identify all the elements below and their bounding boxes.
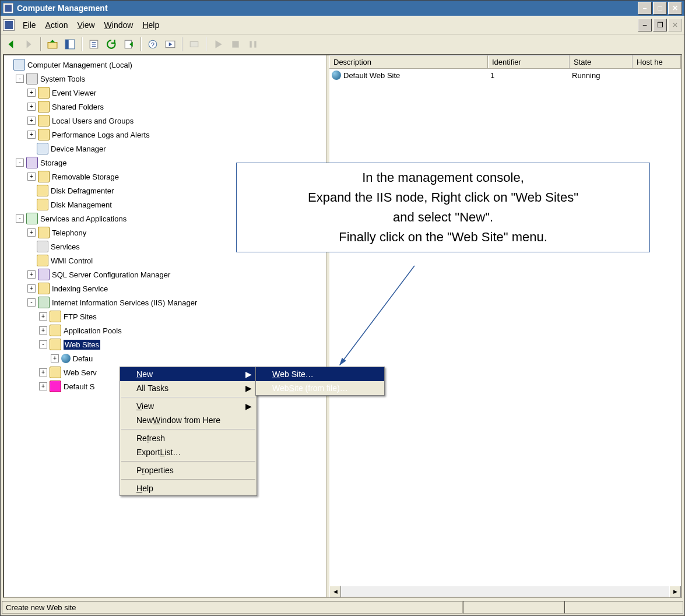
index-icon [38,283,50,294]
window-title: Computer Management [17,3,108,13]
ctx-refresh[interactable]: Refresh [120,431,257,445]
expand-icon[interactable]: + [39,312,47,321]
close-button[interactable]: ✕ [668,2,682,15]
sub-web-site-from-file[interactable]: Web Site (from file)… [256,381,384,395]
collapse-icon[interactable]: - [27,298,36,307]
menu-action[interactable]: Action [41,19,73,31]
menu-view[interactable]: View [73,19,100,31]
ctx-new[interactable]: New▶ Web Site… Web Site (from file)… [120,367,257,381]
expand-icon[interactable]: + [27,173,36,181]
ctx-all-tasks[interactable]: All Tasks▶ [120,381,257,395]
menu-bar: File Action View Window Help – ❐ ✕ [1,16,684,34]
collapse-icon[interactable]: - [16,159,24,167]
folder-icon [50,325,61,336]
perf-icon [38,129,50,140]
menu-file[interactable]: File [18,19,41,31]
mdi-minimize-button[interactable]: – [638,19,652,31]
scroll-left-button[interactable]: ◀ [329,586,341,597]
collapse-icon[interactable]: - [39,340,47,349]
removable-icon [38,171,50,182]
back-button[interactable] [3,36,19,52]
tools-icon [26,73,38,85]
refresh-button[interactable] [103,36,120,52]
expand-icon[interactable]: + [39,368,47,376]
tree-sql-config[interactable]: +SQL Server Configuration Manager [4,267,326,281]
title-bar: Computer Management – □ ✕ [1,1,684,16]
pause-button [245,36,261,52]
svg-rect-8 [190,42,198,47]
horizontal-scrollbar[interactable]: ◀ ▶ [329,586,681,597]
expand-icon[interactable]: + [27,103,36,111]
expand-icon[interactable]: + [27,270,36,279]
tree-app-pools[interactable]: +Application Pools [4,323,326,337]
submenu-arrow-icon: ▶ [245,383,252,393]
tree-pane[interactable]: Computer Management (Local) -System Tool… [4,55,326,597]
up-button[interactable] [44,36,61,52]
tree-web-sites[interactable]: -Web Sites [4,337,326,351]
sub-web-site[interactable]: Web Site… [256,367,384,381]
expand-icon[interactable]: + [27,284,36,293]
expand-icon[interactable]: + [27,131,36,139]
tree-performance-logs[interactable]: +Performance Logs and Alerts [4,128,326,142]
telephony-icon [38,227,50,238]
expand-icon[interactable]: + [51,354,59,362]
column-state[interactable]: State [570,55,633,68]
device-icon [37,143,48,154]
ctx-new-window[interactable]: New Window from Here [120,413,257,427]
submenu-new[interactable]: Web Site… Web Site (from file)… [255,367,385,396]
folder-icon [50,339,61,350]
sql-icon [38,269,50,280]
list-pane[interactable]: Description Identifier State Host he Def… [329,55,681,597]
app-icon [3,3,13,13]
tree-iis[interactable]: -Internet Information Services (IIS) Man… [4,295,326,309]
ctx-view[interactable]: View▶ [120,399,257,413]
svg-rect-10 [250,41,251,47]
folder-icon [50,367,61,378]
tree-local-users[interactable]: +Local Users and Groups [4,114,326,128]
svg-rect-9 [232,41,238,47]
iis-icon [38,297,50,308]
expand-icon[interactable]: + [39,326,47,335]
column-description[interactable]: Description [329,55,488,68]
help-button[interactable]: ? [145,36,161,52]
maximize-button[interactable]: □ [653,2,667,15]
tree-default-web-site[interactable]: + Defau [4,351,326,365]
collapse-icon[interactable]: - [16,214,24,223]
globe-icon [332,71,341,80]
users-icon [38,115,50,126]
tree-indexing[interactable]: +Indexing Service [4,281,326,295]
ctx-export[interactable]: Export List… [120,445,257,459]
tree-root[interactable]: Computer Management (Local) [4,58,326,72]
tree-wmi[interactable]: WMI Control [4,254,326,267]
mdi-restore-button[interactable]: ❐ [653,19,667,31]
export-button[interactable] [121,36,137,52]
properties-button[interactable] [86,36,102,52]
tree-event-viewer[interactable]: +Event Viewer [4,86,326,100]
ctx-properties[interactable]: Properties [120,463,257,477]
menu-window[interactable]: Window [100,19,138,31]
diskmgmt-icon [37,199,48,210]
collapse-icon[interactable]: - [16,75,24,83]
expand-icon[interactable]: + [27,89,36,97]
tree-shared-folders[interactable]: +Shared Folders [4,100,326,114]
svg-text:?: ? [151,41,154,48]
context-menu[interactable]: New▶ Web Site… Web Site (from file)… All… [120,367,257,496]
expand-icon[interactable]: + [39,382,47,390]
folder-icon [50,311,61,322]
expand-icon[interactable]: + [27,228,36,237]
tree-system-tools[interactable]: -System Tools [4,72,326,86]
scroll-right-button[interactable]: ▶ [669,586,681,597]
action-button[interactable] [162,36,178,52]
column-host-header[interactable]: Host he [633,55,681,68]
column-identifier[interactable]: Identifier [488,55,570,68]
services-icon [26,213,38,224]
tree-ftp-sites[interactable]: +FTP Sites [4,309,326,323]
ctx-help[interactable]: Help [120,481,257,495]
tree-device-manager[interactable]: Device Manager [4,142,326,156]
list-row[interactable]: Default Web Site 1 Running [329,69,681,82]
minimize-button[interactable]: – [638,2,652,15]
expand-icon[interactable]: + [27,117,36,125]
show-hide-tree-button[interactable] [62,36,78,52]
status-text: Create new Web site [6,603,76,612]
menu-help[interactable]: Help [138,19,164,31]
